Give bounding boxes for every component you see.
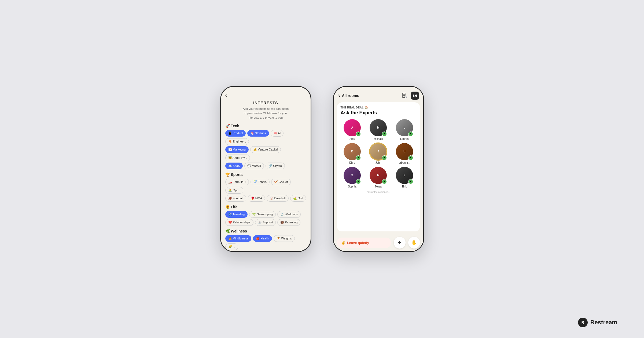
user-avatar-badge[interactable]: BH [411,92,419,100]
tag-relationships[interactable]: ❤️ Relationships [225,219,253,226]
category-sports: 🏆 Sports 🏎️ Formula 1 🎾 Tennis 🏏 Cricket… [225,172,306,202]
interests-phone: ‹ INTERESTS Add your interests so we can… [220,86,311,252]
speaker-john[interactable]: J ✦ John [367,143,390,164]
speaker-lauren-avatar-wrap: L ✦ [396,119,413,136]
tag-mindfulness[interactable]: 🧘 Mindfulness [225,235,252,242]
tag-engineering[interactable]: 🍕 Enginee... [225,138,249,145]
tag-tennis[interactable]: 🎾 Tennis [251,179,270,185]
room-phone: ∨ All rooms BH [333,86,424,252]
speaker-sophia-name: Sophia [348,185,356,188]
speaker-john-badge: ✦ [382,155,387,160]
speaker-dhru-name: Dhru [349,161,355,164]
back-button[interactable]: ‹ [225,92,306,98]
speaker-urbanm-badge: ✦ [408,155,413,160]
category-life: 🌻 Life ✈️ Traveling 🌱 Grownuping 💍 Weddi… [225,205,306,226]
speaker-urbanm[interactable]: U ✦ urbanm... [393,143,416,164]
tag-ai[interactable]: 🧠 AI [271,130,284,137]
room-card: THE REAL DEAL 🏠 Ask the Experts A ✦ Amy [337,102,420,231]
tag-parenting[interactable]: 🐻 Parenting [277,219,300,226]
tag-golf[interactable]: ⛳ Golf [290,195,306,202]
speaker-john-avatar-wrap: J ✦ [370,143,387,160]
speakers-grid: A ✦ Amy M ✦ Michael L [341,119,416,188]
leave-quietly-button[interactable]: ✌️ Leave quietly [337,238,391,248]
tag-crypto[interactable]: 🔗 Crypto [266,163,285,169]
speaker-michael-name: Michael [374,137,383,140]
create-room-icon[interactable] [401,92,408,99]
speaker-dhru-avatar-wrap: D ✦ [344,143,361,160]
speaker-lauren[interactable]: L ✦ Lauren [393,119,416,140]
room-label: THE REAL DEAL 🏠 [341,106,416,109]
category-life-title: 🌻 Life [225,205,306,209]
tag-baseball[interactable]: ⚾ Baseball [267,195,288,202]
speaker-michael-badge: ✦ [382,132,387,136]
room-label-text: THE REAL DEAL 🏠 [341,106,368,109]
life-tags-row2: ❤️ Relationships ☕ Support 🐻 Parenting [225,219,306,226]
speaker-musa-name: Musa [375,185,381,188]
speaker-michael-avatar-wrap: M ✦ [370,119,387,136]
chevron-down-icon: ∨ [338,93,341,98]
category-sports-title: 🏆 Sports [225,172,306,177]
tag-cricket[interactable]: 🏏 Cricket [271,179,291,185]
tag-traveling[interactable]: ✈️ Traveling [225,211,248,218]
tech-tags-row2: 📈 Marketing 💰 Venture Capital 😇 Angel In… [225,146,306,161]
tech-tags-row1: 📱 Product 🦄 Startups 🧠 AI 🍕 Enginee... [225,130,306,145]
speaker-sophia[interactable]: S ✦ Sophia [341,167,364,188]
tag-formula1[interactable]: 🏎️ Formula 1 [225,179,249,185]
room-footer: ✌️ Leave quietly + ✋ [334,234,423,251]
all-rooms-label: All rooms [342,93,359,98]
category-wellness-title: 🌿 Wellness [225,229,306,233]
tag-vrar[interactable]: 💬 VR/AR [244,163,264,169]
speaker-lauren-name: Lauren [400,137,409,140]
sports-tags-row1: 🏎️ Formula 1 🎾 Tennis 🏏 Cricket 🚴 Cyc... [225,179,306,194]
restream-logo-icon: R [578,318,588,327]
room-screen: ∨ All rooms BH [334,87,423,251]
speaker-erik-badge: ✦ [408,179,413,184]
hand-icon: ✋ [411,240,417,246]
speaker-erik-avatar-wrap: E ✦ [396,167,413,184]
tag-venture-capital[interactable]: 💰 Venture Capital [250,146,281,153]
tag-cycling[interactable]: 🚴 Cyc... [225,187,243,194]
restream-branding: R Restream [578,318,617,327]
tag-grownuping[interactable]: 🌱 Grownuping [249,211,275,218]
speaker-amy[interactable]: A ✦ Amy [341,119,364,140]
category-tech-title: 🚀 Tech [225,124,306,128]
interests-subtitle: Add your interests so we can beginto per… [225,107,306,120]
speaker-john-name: John [376,161,381,164]
category-wellness: 🌿 Wellness 🧘 Mindfulness 🍎 Health 🏋️ Wei… [225,229,306,250]
life-tags-row1: ✈️ Traveling 🌱 Grownuping 💍 Weddings [225,211,306,218]
tag-saas[interactable]: ☁️ SaaS [225,163,243,169]
speaker-dhru-badge: ✦ [356,155,361,160]
tag-startups[interactable]: 🦄 Startups [247,130,269,137]
tag-product[interactable]: 📱 Product [225,130,246,137]
tag-mma[interactable]: 🥊 MMA [248,195,265,202]
raise-hand-button[interactable]: ✋ [408,237,420,249]
speaker-michael[interactable]: M ✦ Michael [367,119,390,140]
speaker-urbanm-name: urbanm... [399,161,410,164]
leave-emoji: ✌️ [341,241,345,245]
tag-marketing[interactable]: 📈 Marketing [225,146,249,153]
all-rooms-button[interactable]: ∨ All rooms [338,93,359,98]
tag-weights[interactable]: 🏋️ Weights [274,235,295,242]
speaker-erik[interactable]: E ✦ Erik [393,167,416,188]
add-button[interactable]: + [394,237,406,249]
tag-angel-inv[interactable]: 😇 Angel Inv... [225,155,250,161]
speaker-amy-name: Amy [349,137,355,140]
room-header: ∨ All rooms BH [334,87,423,102]
wellness-tags-row1: 🧘 Mindfulness 🍎 Health 🏋️ Weights 🌽 ... [225,235,306,250]
room-name: Ask the Experts [341,110,416,116]
speaker-sophia-avatar-wrap: S ✦ [344,167,361,184]
speaker-urbanm-avatar-wrap: U ✦ [396,143,413,160]
sports-tags-row2: 🏈 Football 🥊 MMA ⚾ Baseball ⛳ Golf [225,195,306,202]
tag-health[interactable]: 🍎 Health [253,235,272,242]
tag-football[interactable]: 🏈 Football [225,195,246,202]
leave-label: Leave quietly [347,241,369,245]
follow-hint: Follow the audience... [341,191,416,193]
tag-weddings[interactable]: 💍 Weddings [277,211,301,218]
tag-more-wellness[interactable]: 🌽 ... [225,243,238,250]
speaker-dhru[interactable]: D ✦ Dhru [341,143,364,164]
speaker-musa-avatar-wrap: M ✦ [370,167,387,184]
interests-screen: ‹ INTERESTS Add your interests so we can… [221,87,311,251]
speaker-musa[interactable]: M ✦ Musa [367,167,390,188]
tag-support[interactable]: ☕ Support [255,219,276,226]
speaker-amy-avatar-wrap: A ✦ [344,119,361,136]
